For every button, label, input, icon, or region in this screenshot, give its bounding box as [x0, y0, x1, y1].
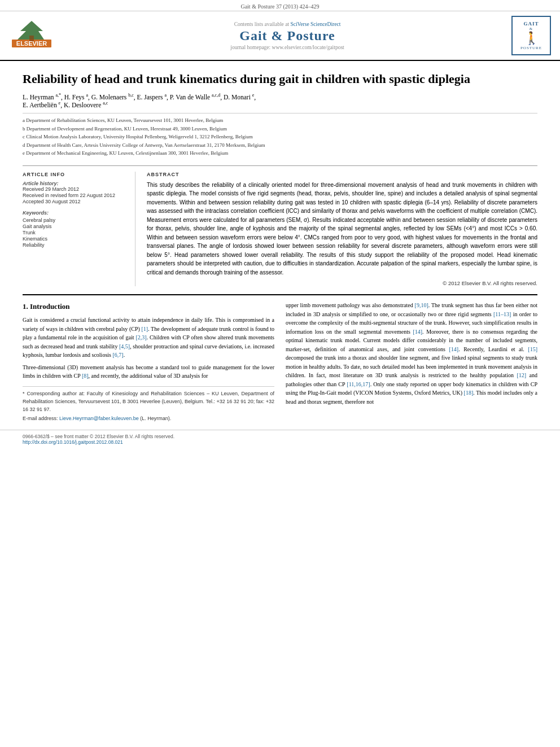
ref-18-link[interactable]: [18] — [464, 390, 474, 396]
keywords-label: Keywords: — [23, 210, 127, 216]
article-info-abstract: ARTICLE INFO Article history: Received 2… — [23, 165, 537, 287]
abstract-heading: ABSTRACT — [147, 172, 537, 177]
article-history-block: Article history: Received 29 March 2012 … — [23, 181, 127, 204]
journal-title: Gait & Posture — [63, 28, 511, 43]
ref-14-link[interactable]: [14] — [413, 329, 422, 335]
keyword-4: Kinematics — [23, 236, 127, 242]
doi-link[interactable]: http://dx.doi.org/10.1016/j.gaitpost.201… — [23, 439, 123, 445]
affiliations: a Department of Rehabilitation Sciences,… — [23, 113, 537, 158]
email-name: (L. Heyrman). — [140, 416, 171, 421]
sciverse-link-anchor[interactable]: SciVerse ScienceDirect — [290, 21, 340, 27]
logo-gait-text: GAIT — [523, 21, 539, 27]
history-label: Article history: — [23, 181, 127, 186]
footnote-corresponding: * Corresponding author at: Faculty of Ki… — [23, 390, 274, 414]
authors-text: L. Heyrman a,*, H. Feys a, G. Molenaers … — [23, 94, 256, 108]
keywords-block: Keywords: Cerebral palsy Gait analysis T… — [23, 210, 127, 248]
journal-top-bar: Gait & Posture 37 (2013) 424–429 — [0, 0, 560, 11]
received-date: Received 29 March 2012 — [23, 186, 127, 192]
body-left-p1: Gait is considered a crucial functional … — [23, 316, 274, 360]
sciverse-text: Contents lists available at — [234, 21, 289, 27]
section1-number: 1. — [23, 302, 28, 311]
body-divider — [23, 294, 537, 295]
elsevier-logo: ELSEVIER — [9, 20, 54, 52]
logo-figure-icon: 🚶 — [524, 31, 539, 46]
affil-e: e Department of Mechanical Engineering, … — [23, 150, 537, 158]
page-bottom: 0966-6362/$ – see front matter © 2012 El… — [0, 430, 560, 448]
body-two-col: 1. Introduction Gait is considered a cru… — [23, 301, 537, 423]
received-revised-date: Received in revised form 22 August 2012 — [23, 193, 127, 198]
footnote-area: * Corresponding author at: Faculty of Ki… — [23, 386, 274, 423]
article-info-heading: ARTICLE INFO — [23, 172, 127, 177]
authors: L. Heyrman a,*, H. Feys a, G. Molenaers … — [23, 93, 537, 109]
body-col-right: upper limb movement pathology was also d… — [286, 301, 537, 423]
main-content: Reliability of head and trunk kinematics… — [0, 61, 560, 430]
ref-14b-link[interactable]: [14] — [449, 346, 458, 352]
abstract-paragraph: This study describes the reliability of … — [147, 181, 537, 277]
copyright-line: © 2012 Elsevier B.V. All rights reserved… — [147, 280, 537, 286]
ref-45-link[interactable]: [4,5] — [119, 343, 130, 350]
keyword-5: Reliability — [23, 242, 127, 248]
abstract-col: ABSTRACT This study describes the reliab… — [147, 172, 537, 287]
ref-23-link[interactable]: [2,3] — [135, 334, 146, 340]
body-col-left: 1. Introduction Gait is considered a cru… — [23, 301, 274, 423]
footnote-email: E-mail address: Lieve.Heyrman@faber.kule… — [23, 415, 274, 423]
email-label: E-mail address: — [23, 416, 58, 421]
affil-a: a Department of Rehabilitation Sciences,… — [23, 117, 537, 125]
body-right-p1: upper limb movement pathology was also d… — [286, 301, 537, 406]
ref-67-link[interactable]: [6,7] — [112, 352, 123, 358]
affil-b: b Department of Development and Regenera… — [23, 125, 537, 133]
elsevier-svg: ELSEVIER — [9, 20, 54, 51]
ref-15-link[interactable]: [15] — [528, 346, 537, 352]
logo-posture-text: POSTURE — [520, 46, 542, 50]
journal-header: ELSEVIER Contents lists available at Sci… — [0, 11, 560, 61]
abstract-text: This study describes the reliability of … — [147, 181, 537, 277]
journal-citation: Gait & Posture 37 (2013) 424–429 — [240, 3, 319, 10]
keyword-2: Gait analysis — [23, 224, 127, 229]
article-title: Reliability of head and trunk kinematics… — [23, 71, 537, 88]
ref-111617-link[interactable]: [11,16,17] — [347, 381, 370, 387]
ref-1-link[interactable]: [1] — [141, 326, 148, 332]
sciverse-link: Contents lists available at SciVerse Sci… — [63, 21, 511, 27]
keyword-1: Cerebral palsy — [23, 217, 127, 223]
ref-1113-link[interactable]: [11–13] — [493, 311, 511, 317]
article-info-col: ARTICLE INFO Article history: Received 2… — [23, 172, 135, 287]
ref-8-link[interactable]: [8] — [82, 373, 89, 379]
ref-12b-link[interactable]: [12] — [517, 372, 526, 378]
gait-posture-logo-box: GAIT & 🚶 POSTURE — [511, 16, 551, 55]
keyword-3: Trunk — [23, 230, 127, 235]
body-left-p2: Three-dimensional (3D) movement analysis… — [23, 363, 274, 381]
svg-rect-3 — [29, 36, 34, 41]
journal-homepage: journal homepage: www.elsevier.com/locat… — [63, 45, 511, 50]
homepage-text: journal homepage: www.elsevier.com/locat… — [230, 45, 344, 50]
affil-c: c Clinical Motion Analysis Laboratory, U… — [23, 133, 537, 141]
email-link[interactable]: Lieve.Heyrman@faber.kuleuven.be — [59, 416, 139, 421]
doi-line: http://dx.doi.org/10.1016/j.gaitpost.201… — [23, 439, 537, 445]
affil-d: d Department of Health Care, Artesis Uni… — [23, 142, 537, 150]
issn-line: 0966-6362/$ – see front matter © 2012 El… — [23, 434, 537, 439]
journal-header-center: Contents lists available at SciVerse Sci… — [63, 21, 511, 50]
accepted-date: Accepted 30 August 2012 — [23, 199, 127, 204]
page-wrapper: Gait & Posture 37 (2013) 424–429 ELSEVIE… — [0, 0, 560, 448]
ref-910-link[interactable]: [9,10] — [415, 302, 428, 308]
section1-title: 1. Introduction — [23, 301, 274, 312]
section1-title-text: Introduction — [30, 302, 70, 311]
logo-and-text: & — [530, 27, 533, 31]
